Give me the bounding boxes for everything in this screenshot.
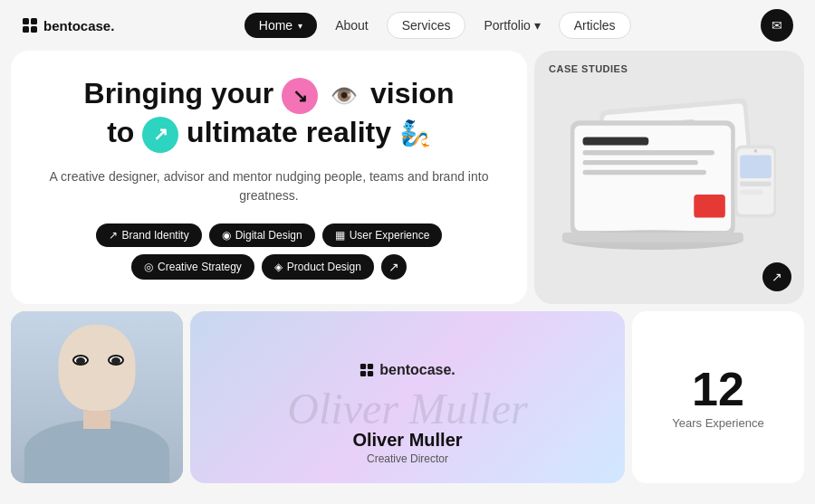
person-photo-card-1: [11, 311, 183, 483]
hero-card: Bringing your ↘ 👁️ vision to ↗ ultimate …: [11, 51, 527, 304]
tags-container: ↗ Brand Identity ◉ Digital Design ▦ User…: [47, 223, 491, 280]
nav-home[interactable]: Home ▾: [244, 13, 317, 38]
case-studies-card: CASE STUDIES: [534, 51, 804, 304]
svg-rect-24: [360, 364, 366, 369]
tag-user-experience[interactable]: ▦ User Experience: [322, 223, 443, 247]
svg-rect-0: [23, 18, 29, 24]
nav-menu: Home ▾ About Services Portfolio ▾ Articl…: [244, 12, 631, 39]
svg-rect-27: [368, 371, 373, 376]
case-studies-label: CASE STUDIES: [549, 63, 628, 74]
mail-icon: ✉: [772, 18, 782, 33]
case-studies-arrow-button[interactable]: ↗: [762, 262, 791, 291]
arrow-up-right-emoji: ↗: [142, 117, 178, 153]
years-experience-card: 12 Years Experience: [632, 311, 804, 483]
main-grid: Bringing your ↘ 👁️ vision to ↗ ultimate …: [0, 51, 815, 490]
hero-subtitle: A creative designer, advisor and mentor …: [47, 167, 491, 205]
svg-rect-12: [583, 150, 714, 155]
nav-portfolio[interactable]: Portfolio ▾: [469, 13, 554, 38]
logo[interactable]: bentocase.: [22, 17, 114, 33]
arrow-icon: ↗: [388, 260, 399, 274]
laptop-mockup: [534, 51, 804, 304]
mail-button[interactable]: ✉: [761, 9, 793, 42]
svg-rect-20: [740, 182, 772, 186]
strategy-icon: ◎: [144, 261, 153, 273]
years-number: 12: [692, 366, 744, 413]
svg-rect-3: [31, 26, 37, 33]
bottom-row: Oliver Muller bentocase. Oliver Muller C…: [11, 311, 804, 483]
person-title: Creative Director: [190, 452, 625, 465]
chevron-down-icon-2: ▾: [534, 18, 541, 33]
tag-digital-design[interactable]: ◉ Digital Design: [209, 223, 315, 247]
navbar: bentocase. Home ▾ About Services Portfol…: [0, 0, 815, 51]
tags-arrow-button[interactable]: ↗: [381, 254, 407, 280]
person-name: Oliver Muller: [190, 430, 625, 451]
signature-overlay: Oliver Muller: [287, 384, 527, 433]
chevron-down-icon: ▾: [298, 21, 302, 31]
bentocase-logo: bentocase.: [360, 362, 455, 378]
genie-emoji: 🧞: [399, 119, 431, 147]
svg-rect-19: [740, 155, 772, 177]
brand-icon: ↗: [109, 229, 118, 242]
bentocase-logo-icon: [360, 363, 374, 377]
digital-icon: ◉: [222, 229, 231, 242]
nav-services[interactable]: Services: [387, 12, 466, 39]
bentocase-info-card: Oliver Muller bentocase. Oliver Muller C…: [190, 311, 625, 483]
svg-rect-23: [562, 233, 743, 242]
tag-product-design[interactable]: ◈ Product Design: [262, 254, 374, 280]
arrow-icon-2: ↗: [772, 270, 782, 284]
svg-rect-2: [23, 26, 29, 33]
svg-rect-15: [694, 195, 725, 217]
svg-rect-25: [368, 364, 373, 369]
svg-rect-13: [583, 160, 698, 165]
svg-rect-26: [360, 371, 366, 376]
logo-text: bentocase.: [43, 18, 114, 33]
arrow-down-right-emoji: ↘: [282, 78, 318, 114]
svg-rect-14: [583, 170, 706, 175]
hero-headline: Bringing your ↘ 👁️ vision to ↗ ultimate …: [47, 75, 491, 152]
tag-brand-identity[interactable]: ↗ Brand Identity: [96, 223, 202, 247]
laptop-svg: [551, 96, 787, 277]
body-shape: [24, 420, 169, 483]
years-label: Years Experience: [672, 416, 763, 430]
tag-creative-strategy[interactable]: ◎ Creative Strategy: [131, 254, 254, 280]
svg-rect-11: [583, 137, 649, 145]
svg-point-18: [754, 149, 758, 153]
eye-emoji: 👁️: [326, 78, 362, 114]
face-shape: [59, 325, 136, 411]
product-icon: ◈: [274, 261, 283, 273]
svg-rect-1: [31, 18, 37, 24]
ux-icon: ▦: [335, 229, 345, 242]
logo-icon: [22, 17, 38, 33]
svg-rect-21: [740, 190, 762, 195]
nav-about[interactable]: About: [321, 13, 383, 38]
person-info: Oliver Muller Creative Director: [190, 430, 625, 465]
nav-articles[interactable]: Articles: [559, 12, 631, 39]
